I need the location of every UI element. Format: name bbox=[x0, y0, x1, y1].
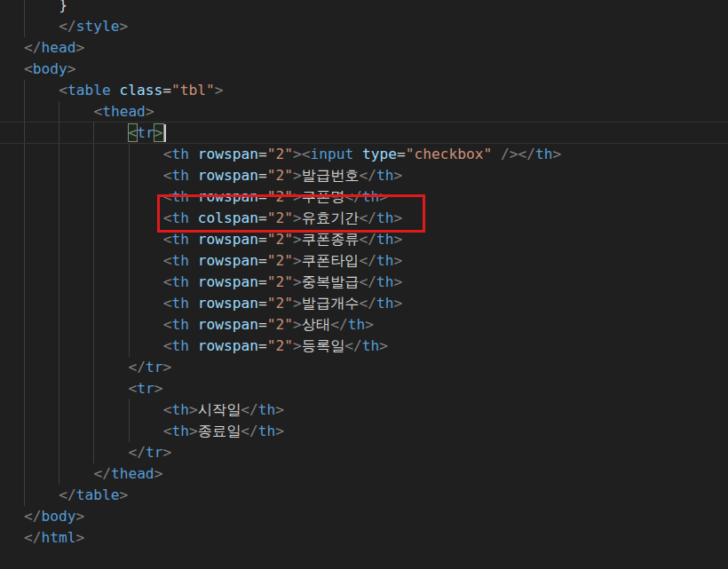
code-line[interactable]: <th rowspan="2">등록일</th> bbox=[163, 336, 388, 357]
code-token: > bbox=[119, 18, 128, 35]
code-token: tr bbox=[146, 359, 163, 375]
code-token: th bbox=[376, 252, 394, 269]
code-token: 상태 bbox=[302, 316, 330, 333]
code-token: rowspan bbox=[198, 316, 258, 333]
indent-guide bbox=[59, 165, 59, 186]
code-line[interactable]: <th rowspan="2">상태</th> bbox=[163, 314, 374, 336]
bracket-match-token: > bbox=[154, 124, 163, 141]
indent-guide bbox=[129, 208, 130, 229]
code-line[interactable]: </body> bbox=[24, 506, 84, 527]
code-token bbox=[189, 337, 198, 354]
indent-guide bbox=[59, 442, 59, 463]
code-token: </ bbox=[59, 486, 76, 503]
indent-guide bbox=[59, 229, 59, 250]
code-line[interactable]: <tr> bbox=[129, 122, 163, 144]
code-token: > bbox=[163, 444, 172, 461]
code-token: </ bbox=[24, 508, 42, 525]
code-token: table bbox=[67, 82, 111, 99]
indent-guide bbox=[129, 399, 130, 421]
code-editor[interactable]: }</style></head><body><table class="tbl"… bbox=[0, 0, 728, 569]
code-token: th bbox=[258, 423, 276, 439]
code-token: </ bbox=[24, 529, 42, 546]
indent-guide bbox=[93, 336, 94, 357]
indent-guide bbox=[129, 165, 130, 186]
indent-guide bbox=[93, 229, 94, 250]
indent-guide bbox=[59, 293, 59, 314]
red-annotation-box bbox=[157, 194, 425, 233]
indent-guide bbox=[24, 16, 25, 37]
code-token: 중복발급 bbox=[302, 273, 360, 290]
text-cursor bbox=[164, 124, 166, 142]
code-line[interactable]: <body> bbox=[24, 59, 75, 80]
code-token: body bbox=[33, 60, 67, 77]
code-token: < bbox=[163, 273, 172, 290]
indent-guide bbox=[24, 336, 25, 357]
code-line[interactable]: <th>종료일</th> bbox=[163, 421, 284, 442]
code-line[interactable]: <thead> bbox=[93, 101, 154, 122]
indent-guide bbox=[24, 272, 25, 293]
code-line[interactable]: <th rowspan="2"><input type="checkbox" /… bbox=[163, 144, 561, 165]
code-token: > bbox=[75, 39, 84, 56]
code-token: </ bbox=[59, 18, 76, 35]
code-token: th bbox=[376, 167, 394, 184]
code-token: th bbox=[376, 273, 394, 290]
code-token: th bbox=[172, 337, 190, 354]
code-line[interactable]: <th rowspan="2">쿠폰타입</th> bbox=[163, 250, 402, 272]
code-token: 발급개수 bbox=[302, 295, 360, 312]
code-token: "2" bbox=[267, 273, 293, 290]
code-token: "2" bbox=[267, 295, 293, 312]
code-line[interactable]: </table> bbox=[59, 485, 128, 506]
code-token: "2" bbox=[267, 231, 293, 248]
indent-guide bbox=[24, 399, 25, 421]
indent-guide bbox=[59, 250, 59, 272]
code-token: > bbox=[275, 423, 284, 439]
current-line-highlight bbox=[0, 122, 728, 144]
code-token: > bbox=[293, 231, 302, 248]
code-token: th bbox=[172, 146, 190, 162]
code-token: > bbox=[215, 82, 224, 99]
code-token bbox=[189, 295, 198, 312]
indent-guide bbox=[59, 463, 59, 485]
code-token: = bbox=[258, 146, 267, 162]
code-token: >< bbox=[293, 146, 311, 162]
code-token: > bbox=[293, 337, 302, 354]
code-token: = bbox=[258, 231, 267, 248]
indent-guide bbox=[129, 186, 130, 208]
code-line[interactable]: <tr> bbox=[129, 378, 163, 399]
code-token: </ bbox=[360, 167, 377, 184]
code-token: > bbox=[146, 103, 154, 120]
code-token: > bbox=[293, 252, 302, 269]
code-token: < bbox=[163, 401, 172, 418]
code-token: 발급번호 bbox=[302, 167, 360, 184]
code-token: > bbox=[552, 146, 561, 162]
code-token: th bbox=[172, 423, 190, 439]
code-line[interactable]: </tr> bbox=[129, 442, 172, 463]
code-token: </ bbox=[330, 316, 348, 333]
code-line[interactable]: <table class="tbl"> bbox=[59, 80, 223, 101]
indent-guide bbox=[93, 442, 94, 463]
code-line[interactable]: </html> bbox=[24, 527, 84, 549]
code-token: > bbox=[67, 60, 76, 77]
code-line[interactable]: } bbox=[59, 0, 67, 16]
code-token: /></ bbox=[501, 146, 535, 162]
code-line[interactable]: <th rowspan="2">중복발급</th> bbox=[163, 272, 402, 293]
code-token: < bbox=[163, 295, 172, 312]
code-line[interactable]: </thead> bbox=[93, 463, 162, 485]
code-line[interactable]: </style> bbox=[59, 16, 128, 37]
code-line[interactable]: <th>시작일</th> bbox=[163, 399, 284, 421]
code-token: table bbox=[76, 486, 120, 503]
code-token: } bbox=[59, 0, 67, 13]
code-line[interactable]: <th rowspan="2">발급번호</th> bbox=[163, 165, 402, 186]
code-token: input bbox=[311, 146, 354, 162]
code-token: > bbox=[275, 401, 284, 418]
code-line[interactable]: </tr> bbox=[129, 357, 172, 378]
code-line[interactable]: <th rowspan="2">발급개수</th> bbox=[163, 293, 402, 314]
indent-guide bbox=[59, 272, 59, 293]
code-token: rowspan bbox=[198, 337, 258, 354]
code-line[interactable]: </head> bbox=[24, 37, 84, 59]
code-token: < bbox=[163, 316, 172, 333]
code-token: > bbox=[154, 465, 163, 482]
indent-guide bbox=[24, 186, 25, 208]
code-token: 쿠폰종류 bbox=[302, 231, 360, 248]
indent-guide bbox=[24, 101, 25, 122]
